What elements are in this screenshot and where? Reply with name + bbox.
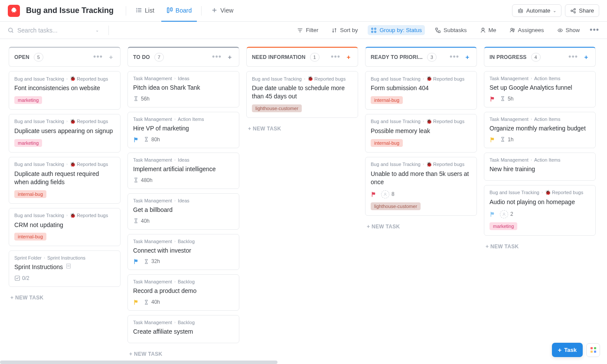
- breadcrumb: Bug and Issue Tracking›🐞Reported bugs: [14, 213, 115, 218]
- task-card[interactable]: Bug and Issue Tracking›🐞Reported bugsFon…: [9, 71, 121, 110]
- column-more-menu[interactable]: •••: [331, 52, 340, 62]
- svg-rect-7: [170, 8, 172, 11]
- breadcrumb: Bug and Issue Tracking›🐞Reported bugs: [14, 76, 115, 81]
- task-card[interactable]: Task Management›IdeasPitch idea on Shark…: [127, 71, 239, 107]
- column-header: TO DO7•••+: [127, 47, 239, 67]
- card-title: Duplicate auth request required when add…: [14, 170, 115, 186]
- column-header: OPEN5•••+: [9, 47, 121, 67]
- column-add-button[interactable]: +: [107, 53, 115, 61]
- column-count: 1: [310, 53, 320, 62]
- column-title: IN PROGRESS: [490, 54, 527, 60]
- search-icon: [8, 27, 14, 33]
- new-task-button[interactable]: + NEW TASK: [246, 122, 358, 135]
- new-task-fab[interactable]: + Task: [552, 343, 583, 357]
- task-card[interactable]: Bug and Issue Tracking›🐞Reported bugsDue…: [246, 71, 358, 118]
- me-button[interactable]: Me: [477, 25, 499, 35]
- task-card[interactable]: Task Management›Action ItemsNew hire tra…: [484, 153, 596, 181]
- time-estimate: 1h: [500, 136, 513, 143]
- column-more-menu[interactable]: •••: [568, 52, 578, 62]
- column-more-menu[interactable]: •••: [93, 52, 103, 62]
- column-add-button[interactable]: +: [582, 53, 590, 61]
- svg-point-25: [375, 28, 376, 29]
- column-title: TO DO: [133, 54, 150, 60]
- tab-add-view-label: View: [220, 7, 233, 14]
- task-card[interactable]: Bug and Issue Tracking›🐞Reported bugsDup…: [9, 157, 121, 204]
- column-title: READY TO PRIORI...: [371, 54, 423, 60]
- new-task-button[interactable]: + NEW TASK: [127, 348, 239, 361]
- svg-point-32: [512, 29, 514, 30]
- priority-flag-icon: [490, 211, 496, 217]
- assignees-label: Assignees: [518, 27, 544, 33]
- breadcrumb: Task Management›Backlog: [133, 279, 234, 284]
- breadcrumb: Bug and Issue Tracking›🐞Reported bugs: [371, 76, 471, 81]
- apps-button[interactable]: [586, 343, 600, 357]
- svg-point-39: [503, 213, 505, 214]
- tag-internal-bug: internal-bug: [371, 139, 403, 147]
- svg-point-30: [482, 28, 484, 30]
- automate-button[interactable]: Automate ⌄: [512, 4, 562, 17]
- svg-rect-37: [15, 276, 20, 281]
- task-card[interactable]: Bug and Issue Tracking›🐞Reported bugsUna…: [365, 157, 477, 216]
- task-card[interactable]: Bug and Issue Tracking›🐞Reported bugsFor…: [365, 71, 477, 110]
- task-card[interactable]: Task Management›Action ItemsSet up Googl…: [484, 71, 596, 107]
- card-title: Get a billboard: [133, 206, 234, 214]
- column-header: IN PROGRESS4•••+: [484, 47, 596, 67]
- more-menu[interactable]: •••: [590, 26, 599, 35]
- task-card[interactable]: Task Management›Action ItemsOrganize mon…: [484, 112, 596, 148]
- assignees-button[interactable]: Assignees: [506, 25, 547, 35]
- new-task-button[interactable]: + NEW TASK: [484, 240, 596, 253]
- task-card[interactable]: Task Management›IdeasImplement artificia…: [127, 153, 239, 189]
- card-title: Audio not playing on homepage: [490, 198, 590, 206]
- show-button[interactable]: Show: [554, 25, 583, 35]
- subtasks-button[interactable]: Subtasks: [432, 25, 470, 35]
- sortby-button[interactable]: Sort by: [328, 25, 361, 35]
- search-input[interactable]: [17, 27, 91, 34]
- card-title: Create affiliate system: [133, 328, 234, 336]
- svg-point-12: [521, 11, 522, 12]
- column-add-button[interactable]: +: [226, 53, 234, 61]
- filter-button[interactable]: Filter: [294, 25, 321, 35]
- svg-line-20: [12, 31, 13, 32]
- task-card[interactable]: Bug and Issue Tracking›🐞Reported bugsDup…: [9, 114, 121, 153]
- svg-point-11: [519, 11, 520, 12]
- share-button[interactable]: Share: [565, 4, 599, 17]
- task-card[interactable]: Task Management›BacklogConnect with inve…: [127, 234, 239, 270]
- priority-flag-icon: [133, 136, 139, 143]
- task-card[interactable]: Bug and Issue Tracking›🐞Reported bugsAud…: [484, 185, 596, 236]
- tab-board[interactable]: Board: [161, 0, 197, 22]
- new-task-button[interactable]: + NEW TASK: [9, 291, 121, 304]
- task-card[interactable]: Task Management›BacklogRecord a product …: [127, 274, 239, 311]
- plus-icon: [211, 7, 218, 13]
- svg-point-4: [137, 10, 137, 10]
- hourglass-icon: [144, 299, 149, 305]
- column-add-button[interactable]: +: [345, 53, 352, 61]
- divider: [108, 26, 109, 35]
- priority-flag-icon: [371, 191, 377, 197]
- subtask-count: 0/2: [14, 275, 29, 281]
- app-icon: [8, 5, 20, 17]
- card-title: New hire training: [490, 165, 590, 173]
- tag-marketing: marketing: [14, 96, 42, 104]
- column-more-menu[interactable]: •••: [212, 52, 222, 62]
- groupby-button[interactable]: Group by: Status: [368, 25, 425, 35]
- card-title: Unable to add more than 5k users at once: [371, 170, 471, 186]
- task-card[interactable]: Task Management›IdeasGet a billboard40h: [127, 193, 239, 230]
- task-card[interactable]: Task Management›Action ItemsHire VP of m…: [127, 112, 239, 148]
- priority-flag-icon: [133, 258, 139, 264]
- priority-flag-icon: [133, 299, 139, 305]
- new-task-button[interactable]: + NEW TASK: [365, 220, 477, 233]
- chevron-down-icon: ⌄: [553, 8, 556, 13]
- chevron-down-icon[interactable]: ⌄: [95, 28, 99, 32]
- tag-marketing: marketing: [14, 139, 42, 147]
- column-add-button[interactable]: +: [463, 53, 471, 61]
- task-card[interactable]: Sprint Folder›Sprint InstructionsSprint …: [9, 250, 121, 287]
- tab-add-view[interactable]: View: [206, 0, 238, 22]
- card-title: Set up Google Analytics funnel: [490, 84, 590, 92]
- column-more-menu[interactable]: •••: [450, 52, 459, 62]
- task-card[interactable]: Bug and Issue Tracking›🐞Reported bugsCRM…: [9, 208, 121, 247]
- scrollbar-horizontal[interactable]: [0, 361, 277, 364]
- tab-list[interactable]: List: [131, 0, 160, 22]
- task-card[interactable]: Bug and Issue Tracking›🐞Reported bugsPos…: [365, 114, 477, 153]
- breadcrumb: Task Management›Ideas: [133, 76, 234, 81]
- task-card[interactable]: Task Management›BacklogCreate affiliate …: [127, 315, 239, 343]
